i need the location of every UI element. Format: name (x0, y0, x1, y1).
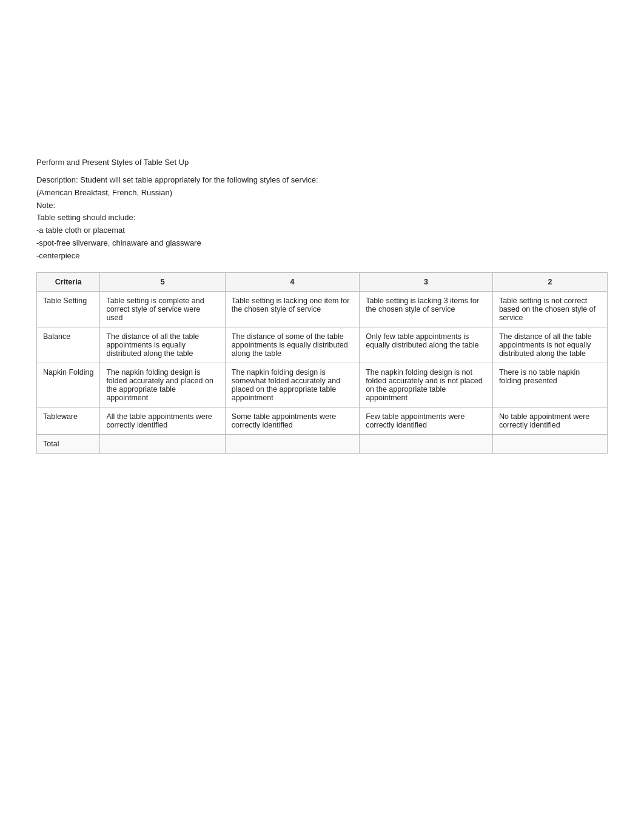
desc-line1: Description: Student will set table appr… (36, 174, 608, 187)
row5-col3 (360, 434, 493, 453)
table-row: Balance The distance of all the table ap… (37, 327, 608, 363)
row2-col5: The distance of all the table appointmen… (100, 327, 225, 363)
desc-line7: -centerpiece (36, 250, 608, 263)
row1-col5: Table setting is complete and correct st… (100, 291, 225, 327)
col-header-2: 2 (492, 272, 607, 291)
row2-col3: Only few table appointments is equally d… (360, 327, 493, 363)
row5-col4 (225, 434, 359, 453)
col-header-criteria: Criteria (37, 272, 100, 291)
description-block: Description: Student will set table appr… (36, 174, 608, 263)
col-header-5: 5 (100, 272, 225, 291)
table-header-row: Criteria 5 4 3 2 (37, 272, 608, 291)
row4-criteria: Tableware (37, 407, 100, 434)
row1-criteria: Table Setting (37, 291, 100, 327)
row5-col2 (492, 434, 607, 453)
row3-col4: The napkin folding design is somewhat fo… (225, 363, 359, 407)
row1-col3: Table setting is lacking 3 items for the… (360, 291, 493, 327)
desc-line6: -spot-free silverware, chinaware and gla… (36, 237, 608, 250)
row2-criteria: Balance (37, 327, 100, 363)
table-row: Tableware All the table appointments wer… (37, 407, 608, 434)
desc-line3: Note: (36, 200, 608, 212)
table-row: Napkin Folding The napkin folding design… (37, 363, 608, 407)
row5-col5 (100, 434, 225, 453)
row1-col2: Table setting is not correct based on th… (492, 291, 607, 327)
row3-col3: The napkin folding design is not folded … (360, 363, 493, 407)
row3-col5: The napkin folding design is folded accu… (100, 363, 225, 407)
table-row-total: Total (37, 434, 608, 453)
desc-line5: -a table cloth or placemat (36, 224, 608, 237)
desc-line4: Table setting should include: (36, 212, 608, 224)
row3-criteria: Napkin Folding (37, 363, 100, 407)
row4-col2: No table appointment were correctly iden… (492, 407, 607, 434)
desc-line2: (American Breakfast, French, Russian) (36, 187, 608, 200)
rubric-table: Criteria 5 4 3 2 Table Setting Table set… (36, 272, 608, 454)
row5-criteria: Total (37, 434, 100, 453)
table-row: Table Setting Table setting is complete … (37, 291, 608, 327)
col-header-3: 3 (360, 272, 493, 291)
row1-col4: Table setting is lacking one item for th… (225, 291, 359, 327)
page-title: Perform and Present Styles of Table Set … (36, 158, 608, 167)
row4-col3: Few table appointments were correctly id… (360, 407, 493, 434)
row2-col2: The distance of all the table appointmen… (492, 327, 607, 363)
row2-col4: The distance of some of the table appoin… (225, 327, 359, 363)
top-spacer (36, 24, 608, 158)
row4-col5: All the table appointments were correctl… (100, 407, 225, 434)
row4-col4: Some table appointments were correctly i… (225, 407, 359, 434)
row3-col2: There is no table napkin folding present… (492, 363, 607, 407)
col-header-4: 4 (225, 272, 359, 291)
